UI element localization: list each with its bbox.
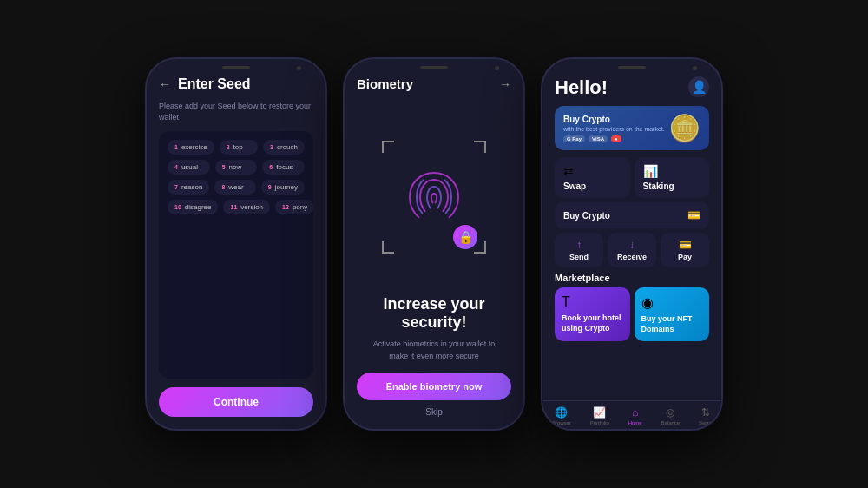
seed-word-7[interactable]: 7 reason (168, 180, 209, 195)
browser-icon: 🌐 (555, 406, 568, 419)
seed-text-12: pony (293, 203, 307, 211)
corner-bl (382, 241, 394, 254)
phone-biometry: Biometry → (343, 57, 525, 431)
home-label: Home (628, 420, 642, 425)
browser-label: Browser (552, 420, 571, 425)
fingerprint-area: 🔒 (382, 141, 486, 254)
enter-seed-header: ← Enter Seed (159, 76, 313, 92)
send-label: Send (560, 253, 598, 261)
swap-label: Swap (563, 181, 621, 191)
receive-card[interactable]: ↓ Receive (608, 233, 656, 267)
swap-nav-label: Swap (699, 420, 712, 425)
seed-word-5[interactable]: 5 now (215, 160, 258, 175)
biometry-main-title: Increase your security! (357, 295, 511, 332)
home-icon: ⌂ (632, 406, 638, 419)
pay-card[interactable]: 💳 Pay (661, 233, 709, 267)
back-button[interactable]: ← (159, 77, 171, 91)
swap-card[interactable]: ⇄ Swap (555, 157, 630, 198)
pay-icon: 💳 (666, 239, 704, 251)
biometry-page-title: Biometry (357, 76, 413, 91)
receive-icon: ↓ (613, 239, 651, 251)
seed-text-3: crouch (277, 143, 298, 151)
nav-home[interactable]: ⌂ Home (628, 406, 642, 425)
receive-label: Receive (613, 253, 651, 261)
skip-button[interactable]: Skip (357, 407, 511, 417)
nav-balance[interactable]: ◎ Balance (661, 406, 681, 425)
seed-num-10: 10 (174, 204, 181, 210)
seed-word-2[interactable]: 2 top (220, 140, 258, 155)
phone-enter-seed: ← Enter Seed Please add your Seed below … (145, 57, 327, 431)
next-button[interactable]: → (499, 77, 511, 91)
continue-button[interactable]: Continue (159, 387, 313, 417)
corner-tl (382, 141, 394, 153)
portfolio-icon: 📈 (593, 406, 606, 419)
seed-word-3[interactable]: 3 crouch (263, 140, 305, 155)
nft-card[interactable]: ◉ Buy your NFT Domains (635, 287, 710, 341)
seed-word-11[interactable]: 11 version (223, 200, 270, 214)
hotel-label: Book your hotel using Crypto (562, 313, 623, 333)
biometry-header: Biometry → (357, 76, 511, 91)
fingerprint-icon (399, 162, 469, 232)
mastercard-badge: ● (611, 135, 621, 142)
balance-label: Balance (661, 420, 681, 425)
seed-text-5: now (229, 163, 242, 171)
seed-num-12: 12 (282, 204, 289, 210)
seed-text-6: focus (276, 163, 293, 171)
seed-num-7: 7 (174, 184, 178, 190)
seed-text-7: reason (181, 183, 202, 191)
biometry-description: Activate biometrics in your wallet to ma… (357, 339, 511, 362)
seed-text-11: version (240, 203, 263, 211)
seed-num-5: 5 (222, 164, 226, 170)
seed-num-11: 11 (230, 204, 237, 210)
fingerprint-container: 🔒 (357, 98, 511, 295)
seed-num-1: 1 (174, 144, 178, 150)
buy-crypto-label: Buy Crypto (563, 211, 610, 221)
card-icon: 💳 (687, 209, 700, 221)
seed-word-1[interactable]: 1 exercise (168, 140, 214, 155)
nav-swap[interactable]: ⇅ Swap (699, 406, 712, 425)
staking-label: Staking (643, 181, 701, 191)
staking-card[interactable]: 📊 Staking (635, 157, 710, 198)
marketplace-title: Marketplace (555, 273, 709, 283)
hotel-card[interactable]: T Book your hotel using Crypto (555, 287, 630, 341)
seed-text-4: usual (181, 163, 198, 171)
nav-browser[interactable]: 🌐 Browser (552, 406, 571, 425)
seed-row-1: 1 exercise 2 top 3 crouch (168, 140, 305, 155)
seed-word-grid: 1 exercise 2 top 3 crouch 4 usua (159, 131, 313, 379)
seed-num-3: 3 (270, 144, 273, 150)
seed-text-10: disagree (185, 203, 212, 211)
hotel-icon: T (562, 294, 623, 310)
seed-text-1: exercise (181, 143, 207, 151)
lock-badge: 🔒 (453, 225, 477, 249)
seed-word-6[interactable]: 6 focus (262, 160, 305, 175)
seed-word-12[interactable]: 12 pony (275, 200, 314, 214)
nav-portfolio[interactable]: 📈 Portfolio (590, 406, 609, 425)
seed-word-10[interactable]: 10 disagree (168, 200, 218, 214)
swap-icon: ⇄ (563, 164, 621, 178)
seed-text-2: top (233, 143, 243, 151)
seed-word-8[interactable]: 8 wear (214, 180, 255, 195)
banner-coins-icon: 🪙 (668, 113, 700, 143)
seed-text-9: journey (275, 183, 298, 191)
seed-row-2: 4 usual 5 now 6 focus (168, 160, 305, 175)
greeting-title: Hello! (555, 76, 608, 99)
send-card[interactable]: ↑ Send (555, 233, 603, 267)
banner-subtitle: with the best providers on the market. (563, 126, 665, 132)
seed-num-2: 2 (227, 144, 230, 150)
home-header: Hello! 👤 (555, 76, 709, 99)
seed-num-8: 8 (221, 184, 225, 190)
seed-word-9[interactable]: 9 journey (261, 180, 305, 195)
user-icon[interactable]: 👤 (688, 76, 709, 97)
pay-label: Pay (666, 253, 704, 261)
seed-word-4[interactable]: 4 usual (168, 160, 210, 175)
seed-num-4: 4 (174, 164, 178, 170)
send-icon: ↑ (560, 239, 598, 251)
buy-crypto-banner[interactable]: Buy Crypto with the best providers on th… (555, 106, 709, 150)
page-title: Enter Seed (178, 76, 251, 92)
marketplace-grid: T Book your hotel using Crypto ◉ Buy you… (555, 287, 709, 341)
enable-biometry-button[interactable]: Enable biometry now (357, 373, 511, 400)
seed-num-6: 6 (269, 164, 273, 170)
visa-badge: VISA (589, 135, 608, 142)
buy-crypto-row[interactable]: Buy Crypto 💳 (555, 202, 709, 228)
banner-payments: G Pay VISA ● (563, 135, 665, 142)
